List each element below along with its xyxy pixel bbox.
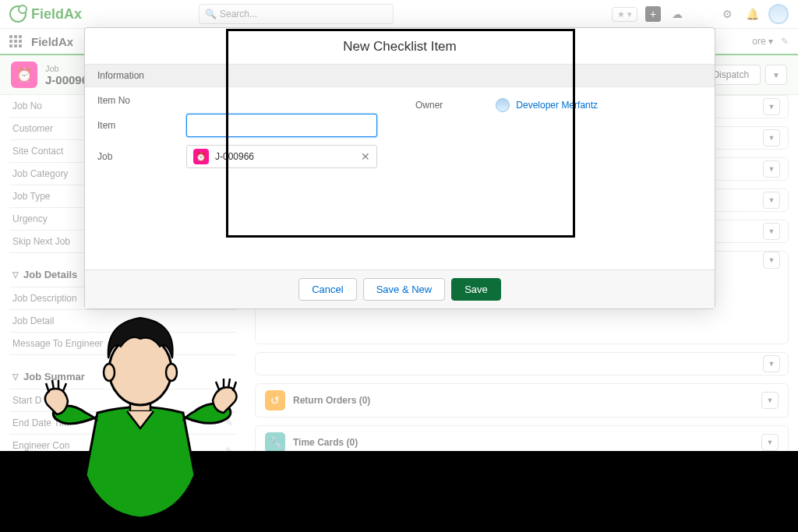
modal-title: New Checklist Item bbox=[85, 28, 715, 64]
owner-avatar-icon bbox=[496, 98, 510, 112]
label-job: Job bbox=[97, 151, 175, 162]
new-checklist-modal: New Checklist Item Information Item No I… bbox=[84, 27, 715, 309]
label-owner: Owner bbox=[415, 100, 443, 111]
close-icon[interactable]: ✕ bbox=[702, 6, 715, 25]
job-lookup[interactable]: ⏰ J-000966 ✕ bbox=[186, 145, 377, 168]
section-information: Information bbox=[85, 64, 715, 87]
cancel-button[interactable]: Cancel bbox=[298, 278, 356, 301]
svg-point-3 bbox=[166, 364, 177, 381]
svg-point-2 bbox=[104, 364, 115, 381]
label-item: Item bbox=[97, 120, 175, 131]
job-pill-icon: ⏰ bbox=[193, 149, 209, 164]
owner-link[interactable]: Developer Merfantz bbox=[516, 100, 598, 111]
save-and-new-button[interactable]: Save & New bbox=[363, 278, 446, 301]
item-input[interactable] bbox=[186, 114, 377, 137]
cartoon-person bbox=[43, 312, 238, 532]
save-button[interactable]: Save bbox=[451, 278, 501, 301]
clear-job-icon[interactable]: ✕ bbox=[361, 150, 370, 163]
job-pill-value: J-000966 bbox=[215, 151, 355, 162]
label-item-no: Item No bbox=[97, 95, 175, 106]
